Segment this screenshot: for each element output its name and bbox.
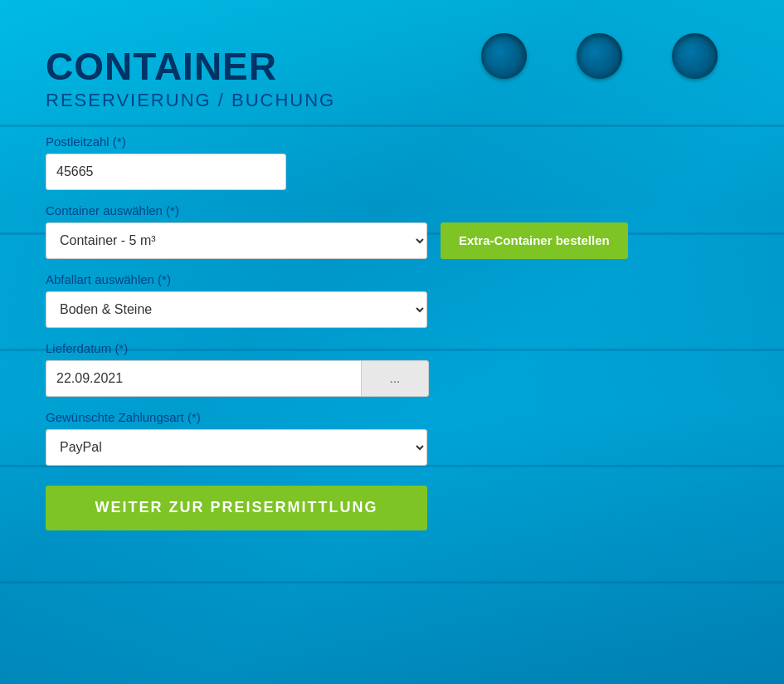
zahlungsart-label: Gewünschte Zahlungsart (*) (46, 410, 738, 424)
zahlungsart-select[interactable]: PayPal Kreditkarte Überweisung Rechnung (46, 429, 427, 466)
page-content: CONTAINER RESERVIERUNG / BUCHUNG Postlei… (0, 0, 784, 684)
container-label: Container auswählen (*) (46, 203, 738, 217)
extra-container-button[interactable]: Extra-Container bestellen (441, 222, 628, 259)
abfallart-label: Abfallart auswählen (*) (46, 272, 738, 286)
zahlungsart-group: Gewünschte Zahlungsart (*) PayPal Kredit… (46, 410, 738, 466)
lieferdatum-input[interactable] (46, 360, 361, 397)
lieferdatum-label: Lieferdatum (*) (46, 341, 738, 355)
postleitzahl-input[interactable] (46, 154, 286, 190)
lieferdatum-group: Lieferdatum (*) ... (46, 341, 738, 397)
date-row: ... (46, 360, 738, 397)
container-group: Container auswählen (*) Container - 5 m³… (46, 203, 738, 259)
page-title: CONTAINER (46, 46, 738, 88)
container-row: Container - 5 m³ Container - 7 m³ Contai… (46, 222, 738, 259)
submit-button[interactable]: WEITER ZUR PREISERMITTLUNG (46, 486, 427, 530)
postleitzahl-group: Postleitzahl (*) (46, 134, 738, 190)
postleitzahl-label: Postleitzahl (*) (46, 134, 738, 149)
abfallart-select[interactable]: Boden & Steine Bauschutt Grünschnitt Spe… (46, 291, 427, 328)
page-subtitle: RESERVIERUNG / BUCHUNG (46, 90, 738, 111)
container-select[interactable]: Container - 5 m³ Container - 7 m³ Contai… (46, 222, 427, 259)
abfallart-group: Abfallart auswählen (*) Boden & Steine B… (46, 272, 738, 328)
calendar-button[interactable]: ... (361, 360, 429, 397)
